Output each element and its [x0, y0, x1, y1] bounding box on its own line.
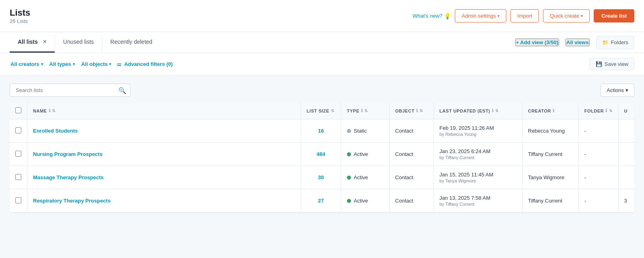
col-header-folder: FOLDER ℹ ⇅	[578, 102, 618, 119]
folders-button[interactable]: 📁 Folders	[596, 36, 634, 49]
folder-value: -	[584, 128, 586, 134]
object-value: Contact	[395, 128, 413, 134]
row-object-cell: Contact	[389, 166, 433, 189]
row-updated-cell: Jan 15, 2025 11:45 AM by Tanya Wigmore	[433, 166, 522, 189]
col-header-creator: CREATOR ℹ	[522, 102, 578, 119]
sort-icon-folder[interactable]: ⇅	[609, 109, 613, 113]
row-object-cell: Contact	[389, 189, 433, 213]
row-checkbox-0[interactable]	[15, 127, 21, 133]
row-updated-cell: Jan 23, 2025 6:24 AM by Tiffany Current	[433, 143, 522, 166]
row-type-cell: Active	[341, 189, 389, 213]
advanced-filters-label: Advanced filters (0)	[124, 61, 173, 67]
all-views-button[interactable]: All views	[566, 39, 590, 46]
table-row: Respiratory Therapy Prospects 27 Active …	[10, 189, 634, 213]
actions-label: Actions	[607, 87, 624, 93]
actions-button[interactable]: Actions ▾	[601, 84, 634, 97]
sort-icon-type[interactable]: ⇅	[364, 109, 368, 113]
quick-create-button[interactable]: Quick create ▾	[543, 9, 590, 23]
col-header-updated: LAST UPDATED (EST) ℹ ⇅	[433, 102, 522, 119]
select-all-header	[10, 102, 27, 119]
row-u-cell: 3	[618, 189, 634, 213]
row-u-cell	[618, 119, 634, 143]
row-size-cell: 484	[301, 143, 341, 166]
row-size-cell: 30	[301, 166, 341, 189]
info-icon-folder[interactable]: ℹ	[605, 108, 607, 113]
folder-value: -	[584, 198, 586, 204]
admin-settings-button[interactable]: Admin settings ▾	[455, 9, 506, 23]
import-button[interactable]: Import	[510, 9, 539, 23]
row-checkbox-1[interactable]	[15, 151, 21, 157]
all-creators-filter[interactable]: All creators ▾	[10, 59, 44, 69]
col-creator-label: CREATOR	[528, 109, 551, 113]
search-icon[interactable]: 🔍	[118, 86, 126, 94]
top-bar: Lists 26 Lists What's new? 💡 Admin setti…	[0, 0, 644, 32]
row-updated-cell: Jan 13, 2025 7:58 AM by Tiffany Current	[433, 189, 522, 213]
page-header: Lists 26 Lists	[10, 8, 30, 24]
lightbulb-icon: 💡	[444, 13, 451, 19]
advanced-filters-button[interactable]: ⚌ Advanced filters (0)	[117, 61, 173, 67]
tab-unused-lists-label: Unused lists	[63, 39, 94, 45]
save-view-label: Save view	[605, 61, 628, 67]
search-input[interactable]	[10, 84, 130, 97]
col-header-u: U	[618, 102, 634, 119]
list-size-value: 27	[318, 198, 324, 204]
table-row: Massage Therapy Prospects 30 Active Cont…	[10, 166, 634, 189]
chevron-down-icon-6: ▾	[625, 87, 628, 93]
table-header-row: NAME ℹ ⇅ LIST SIZE ⇅ TYPE ℹ ⇅	[10, 102, 634, 119]
all-objects-filter[interactable]: All objects ▾	[80, 59, 112, 69]
list-name-link[interactable]: Massage Therapy Prospects	[33, 174, 104, 180]
type-label: Active	[354, 198, 368, 204]
updated-by: by Tiffany Current	[440, 155, 516, 160]
info-icon-name[interactable]: ℹ	[49, 108, 51, 113]
last-updated-date: Feb 19, 2025 11:26 AM	[440, 125, 516, 131]
info-icon-creator[interactable]: ℹ	[553, 108, 555, 113]
sort-icon-updated[interactable]: ⇅	[495, 109, 499, 113]
row-checkbox-3[interactable]	[15, 197, 21, 203]
tab-unused-lists[interactable]: Unused lists	[55, 32, 102, 53]
col-name-label: NAME	[33, 109, 47, 113]
filters-bar: All creators ▾ All types ▾ All objects ▾…	[0, 53, 644, 76]
add-view-button[interactable]: + Add view (3/50)	[515, 39, 559, 46]
object-value: Contact	[395, 198, 413, 204]
admin-settings-label: Admin settings	[462, 13, 496, 19]
sort-icon-name[interactable]: ⇅	[52, 109, 56, 113]
row-creator-cell: Tanya Wigmore	[522, 166, 578, 189]
all-views-label: All views	[566, 39, 589, 45]
all-objects-label: All objects	[81, 61, 108, 67]
list-name-link[interactable]: Enrolled Students	[33, 128, 78, 134]
whats-new-button[interactable]: What's new? 💡	[413, 13, 451, 19]
info-icon-updated[interactable]: ℹ	[492, 108, 494, 113]
row-size-cell: 27	[301, 189, 341, 213]
top-bar-actions: What's new? 💡 Admin settings ▾ Import Qu…	[413, 9, 634, 23]
sort-icon-size[interactable]: ⇅	[331, 109, 334, 113]
row-folder-cell: -	[578, 143, 618, 166]
tab-all-lists[interactable]: All lists ✕	[10, 32, 55, 53]
row-size-cell: 16	[301, 119, 341, 143]
type-dot	[347, 129, 351, 133]
list-name-link[interactable]: Respiratory Therapy Prospects	[33, 198, 111, 204]
folder-value: -	[584, 174, 586, 180]
type-label: Static	[354, 128, 367, 134]
close-icon[interactable]: ✕	[43, 39, 47, 45]
tab-recently-deleted[interactable]: Recently deleted	[102, 32, 160, 53]
whats-new-label: What's new?	[413, 13, 442, 19]
col-updated-label: LAST UPDATED (EST)	[440, 109, 490, 113]
tabs-right-controls: + Add view (3/50) All views 📁 Folders	[515, 36, 634, 49]
row-name-cell: Enrolled Students	[27, 119, 301, 143]
sort-icon-object[interactable]: ⇅	[419, 109, 423, 113]
row-object-cell: Contact	[389, 143, 433, 166]
creator-name: Tiffany Current	[528, 198, 562, 204]
info-icon-type[interactable]: ℹ	[361, 108, 363, 113]
info-icon-object[interactable]: ℹ	[416, 108, 418, 113]
row-type-cell: Static	[341, 119, 389, 143]
table-header: NAME ℹ ⇅ LIST SIZE ⇅ TYPE ℹ ⇅	[10, 102, 634, 119]
save-view-button[interactable]: 💾 Save view	[590, 58, 634, 70]
all-creators-label: All creators	[10, 61, 39, 67]
list-size-value: 16	[318, 128, 324, 134]
list-name-link[interactable]: Nursing Program Prospects	[33, 151, 103, 157]
row-checkbox-2[interactable]	[15, 174, 21, 180]
select-all-checkbox[interactable]	[15, 107, 21, 113]
create-list-button[interactable]: Create list	[594, 9, 634, 23]
all-types-filter[interactable]: All types ▾	[49, 59, 76, 69]
filter-lines-icon: ⚌	[117, 61, 122, 67]
